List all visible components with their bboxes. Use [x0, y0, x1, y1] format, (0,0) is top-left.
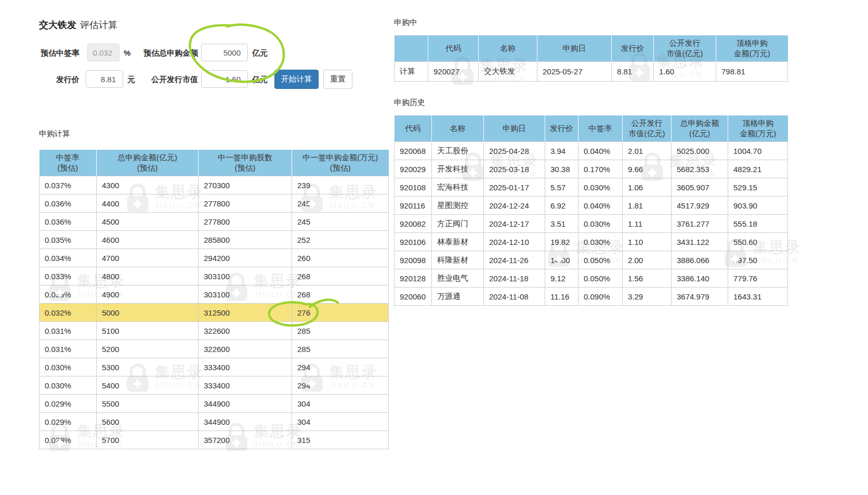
data-cell: 270300: [199, 176, 292, 194]
reset-button[interactable]: 重置: [323, 70, 352, 89]
form-row-1: 预估中签率 % 预估总申购金额 亿元: [39, 43, 388, 62]
link-cell[interactable]: 计算: [394, 62, 428, 82]
data-cell: 268: [292, 267, 389, 285]
est-win-rate-label: 预估中签率: [39, 43, 80, 62]
est-win-rate-unit: %: [124, 43, 130, 62]
data-cell: 2024-12-17: [484, 215, 545, 233]
table-row: 0.033%4800303100268: [40, 267, 389, 285]
column-header: 总申购金额(亿元) (预估): [97, 150, 199, 176]
data-cell: 0.090%: [578, 288, 623, 306]
link-cell[interactable]: 920068: [394, 142, 432, 160]
data-cell: 1004.70: [728, 142, 788, 160]
column-header: 公开发行 市值(亿元): [623, 115, 672, 142]
column-header: 中签率: [578, 115, 623, 142]
data-cell: 2024-11-26: [484, 251, 545, 269]
data-cell: 2024-11-08: [484, 288, 545, 306]
data-cell: 8.81: [612, 62, 654, 82]
data-cell: 0.030%: [578, 233, 623, 251]
table-row: 920106林泰新材2024-12-1019.820.030%1.103431.…: [394, 233, 788, 251]
data-cell: 1.06: [623, 178, 672, 197]
link-cell[interactable]: 920116: [394, 197, 432, 215]
data-cell: 0.031%: [40, 322, 97, 340]
data-cell: 天工股份: [432, 142, 484, 160]
data-cell: 5.57: [545, 178, 578, 197]
column-header: 代码: [394, 115, 432, 142]
link-cell[interactable]: 920082: [394, 215, 432, 233]
column-header: 发行价: [545, 115, 578, 142]
data-cell: 0.050%: [578, 269, 623, 288]
public-cap-unit: 亿元: [252, 70, 268, 89]
data-cell: 555.18: [728, 215, 788, 233]
data-cell: 万源通: [432, 288, 484, 306]
data-cell: 322600: [199, 322, 292, 340]
data-cell: 322600: [199, 340, 292, 358]
table-row: 计算920027交大铁发2025-05-278.811.60798.81: [394, 62, 788, 82]
est-win-rate-input: [87, 44, 120, 61]
issue-price-input[interactable]: [86, 70, 123, 88]
public-cap-input[interactable]: [201, 70, 248, 88]
link-cell[interactable]: 920029: [394, 160, 432, 178]
data-cell: 5500: [97, 395, 199, 413]
current-section-title: 申购中: [394, 18, 417, 28]
calc-table: 中签率 (预估)总申购金额(亿元) (预估)中一签申购股数 (预估)中一签申购金…: [39, 150, 389, 449]
data-cell: 3674.979: [672, 288, 728, 306]
data-cell: 5200: [97, 340, 199, 358]
table-row: 0.033%4900303100268: [40, 285, 389, 304]
table-row: 920060万源通2024-11-0811.160.090%3.293674.9…: [394, 288, 788, 306]
page-title-suffix: 评估计算: [80, 20, 117, 30]
link-cell[interactable]: 920098: [394, 251, 432, 269]
data-cell: 779.76: [728, 269, 788, 288]
calculate-button[interactable]: 开始计算: [274, 70, 319, 89]
data-cell: 0.034%: [40, 249, 97, 267]
data-cell: 0.040%: [578, 142, 623, 160]
link-cell[interactable]: 920027: [428, 62, 479, 82]
data-cell: 0.170%: [578, 160, 623, 178]
data-cell: 2025-05-27: [537, 62, 612, 82]
data-cell: 4600: [97, 231, 199, 249]
data-cell: 5025.000: [672, 142, 728, 160]
data-cell: 252: [292, 231, 389, 249]
data-cell: 方正阀门: [432, 215, 484, 233]
data-cell: 5300: [97, 358, 199, 376]
link-cell[interactable]: 920108: [394, 178, 432, 197]
data-cell: 科隆新材: [432, 251, 484, 269]
data-cell: 550.60: [728, 233, 788, 251]
data-cell: 4517.929: [672, 197, 728, 215]
header-row: 代码名称申购日发行价公开发行 市值(亿元)顶格申购 金额(万元): [394, 35, 788, 62]
data-cell: 0.037%: [40, 176, 97, 194]
data-cell: 5400: [97, 376, 199, 395]
data-cell: 1.60: [654, 62, 716, 82]
est-total-amount-input[interactable]: [201, 44, 248, 61]
data-cell: 245: [292, 213, 389, 231]
data-cell: 303100: [199, 285, 292, 304]
column-header: 名称: [432, 115, 484, 142]
data-cell: 1.10: [623, 233, 672, 251]
data-cell: 星图测控: [432, 197, 484, 215]
link-cell[interactable]: 920060: [394, 288, 432, 306]
data-cell: 4500: [97, 213, 199, 231]
history-section-title: 申购历史: [394, 98, 425, 108]
link-cell[interactable]: 920128: [394, 269, 432, 288]
data-cell: 宏海科技: [432, 178, 484, 197]
data-cell: 5000: [97, 304, 199, 322]
data-cell: 333400: [199, 376, 292, 395]
public-cap-label: 公开发行市值: [136, 70, 198, 89]
form-row-2: 发行价 元 公开发行市值 亿元 开始计算 重置: [39, 70, 388, 89]
table-row: 920128胜业电气2024-11-189.120.050%1.563386.1…: [394, 269, 788, 288]
data-cell: 304: [292, 395, 389, 413]
data-cell: 0.036%: [40, 194, 97, 213]
data-cell: 2024-12-10: [484, 233, 545, 251]
link-cell[interactable]: 920106: [394, 233, 432, 251]
data-cell: 268: [292, 285, 389, 304]
data-cell: 260: [292, 249, 389, 267]
data-cell: 3.51: [545, 215, 578, 233]
data-cell: 3386.140: [672, 269, 728, 288]
table-row: 920116星图测控2024-12-246.920.040%1.814517.9…: [394, 197, 788, 215]
column-header: 名称: [479, 35, 537, 62]
stock-name: 交大铁发: [39, 20, 76, 30]
data-cell: 312500: [199, 304, 292, 322]
data-cell: 2025-01-17: [484, 178, 545, 197]
est-total-amount-unit: 亿元: [252, 43, 268, 62]
data-cell: 5700: [97, 431, 199, 449]
table-row: 920098科隆新材2024-11-2614.000.050%2.003886.…: [394, 251, 788, 269]
